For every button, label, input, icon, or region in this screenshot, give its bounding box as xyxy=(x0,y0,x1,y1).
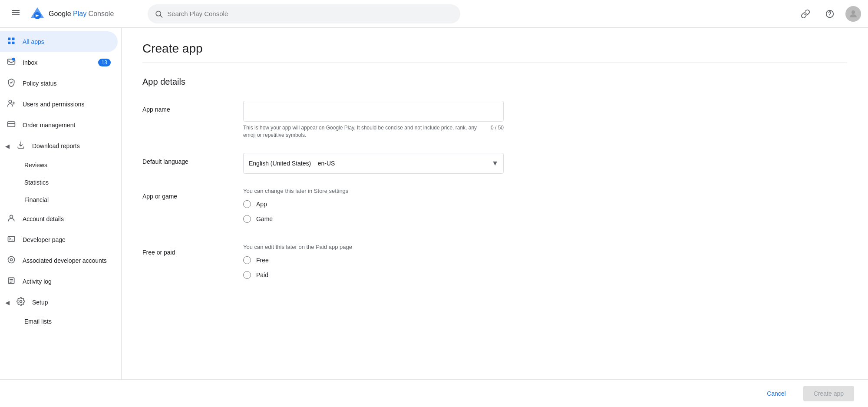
paid-radio-option[interactable]: Paid xyxy=(243,271,504,279)
app-name-input[interactable] xyxy=(243,101,504,122)
sidebar-item-developer-page[interactable]: Developer page xyxy=(0,229,118,250)
default-language-label: Default language xyxy=(142,153,229,165)
sidebar-financial-label: Financial xyxy=(24,196,49,203)
search-icon xyxy=(155,10,163,18)
all-apps-icon xyxy=(7,36,16,47)
topbar-actions xyxy=(797,5,861,23)
free-or-paid-control: You can edit this later on the Paid app … xyxy=(243,244,504,286)
sidebar-reviews-label: Reviews xyxy=(24,162,47,169)
cancel-button[interactable]: Cancel xyxy=(756,386,796,401)
expand-download-icon: ◂ xyxy=(5,141,10,151)
language-select-wrapper: English (United States) – en-US English … xyxy=(243,153,504,174)
logo-text: Google Play Console xyxy=(49,10,114,18)
app-or-game-label: App or game xyxy=(142,188,229,200)
sidebar-account-details-label: Account details xyxy=(23,215,64,222)
sidebar-item-policy-status[interactable]: Policy status xyxy=(0,73,118,94)
sidebar-policy-status-label: Policy status xyxy=(23,80,57,87)
sidebar-all-apps-label: All apps xyxy=(23,38,44,45)
order-management-icon xyxy=(7,120,16,131)
sidebar-item-account-details[interactable]: Account details xyxy=(0,208,118,229)
developer-page-icon xyxy=(7,235,16,245)
sidebar-sub-item-email-lists[interactable]: Email lists xyxy=(0,313,118,330)
svg-point-16 xyxy=(9,100,12,103)
title-divider xyxy=(142,63,847,63)
svg-rect-13 xyxy=(12,41,15,44)
svg-rect-11 xyxy=(12,37,15,40)
svg-point-19 xyxy=(10,215,13,218)
free-or-paid-row: Free or paid You can edit this later on … xyxy=(142,244,847,286)
sidebar-item-order-management[interactable]: Order management xyxy=(0,115,118,136)
app-name-control: This is how your app will appear on Goog… xyxy=(243,101,504,139)
app-name-label: App name xyxy=(142,101,229,113)
language-select[interactable]: English (United States) – en-US English … xyxy=(243,153,504,174)
svg-point-15 xyxy=(12,57,15,60)
inbox-badge: 13 xyxy=(98,59,111,66)
svg-line-6 xyxy=(160,15,162,17)
app-or-game-hint: You can change this later in Store setti… xyxy=(243,188,504,194)
sidebar-item-setup[interactable]: ◂ Setup xyxy=(0,292,118,313)
create-app-button[interactable]: Create app xyxy=(803,386,854,401)
sidebar: All apps Inbox 13 Policy status Users an… xyxy=(0,28,122,379)
account-details-icon xyxy=(7,214,16,225)
main-content: Create app App details App name This is … xyxy=(122,28,868,379)
section-title: App details xyxy=(142,77,847,87)
sidebar-sub-item-reviews[interactable]: Reviews xyxy=(0,156,118,174)
svg-rect-10 xyxy=(8,37,11,40)
search-bar[interactable] xyxy=(148,4,460,23)
sidebar-item-users-permissions[interactable]: Users and permissions xyxy=(0,94,118,115)
default-language-control: English (United States) – en-US English … xyxy=(243,153,504,174)
app-radio-input[interactable] xyxy=(243,200,251,208)
svg-point-9 xyxy=(851,10,855,14)
svg-rect-17 xyxy=(8,122,15,127)
sidebar-associated-accounts-label: Associated developer accounts xyxy=(23,257,107,264)
topbar: Google Play Console xyxy=(0,0,868,28)
svg-point-25 xyxy=(10,258,13,261)
game-radio-input[interactable] xyxy=(243,215,251,223)
app-name-hint-text: This is how your app will appear on Goog… xyxy=(243,124,484,139)
main-layout: All apps Inbox 13 Policy status Users an… xyxy=(0,28,868,379)
svg-rect-0 xyxy=(12,10,20,11)
expand-setup-icon: ◂ xyxy=(5,297,10,308)
sidebar-item-all-apps[interactable]: All apps xyxy=(0,31,118,52)
sidebar-sub-item-financial[interactable]: Financial xyxy=(0,191,118,208)
page-title: Create app xyxy=(142,42,847,56)
sidebar-item-download-reports[interactable]: ◂ Download reports xyxy=(0,136,118,156)
paid-radio-input[interactable] xyxy=(243,271,251,279)
search-input[interactable] xyxy=(167,10,453,17)
download-reports-icon xyxy=(17,141,25,152)
svg-point-8 xyxy=(830,16,830,16)
hamburger-menu-icon[interactable] xyxy=(7,4,24,23)
free-or-paid-hint: You can edit this later on the Paid app … xyxy=(243,244,504,250)
activity-log-icon xyxy=(7,276,16,287)
bottom-bar: Cancel Create app xyxy=(0,379,868,407)
svg-rect-2 xyxy=(12,14,20,15)
svg-rect-20 xyxy=(8,236,15,242)
app-name-row: App name This is how your app will appea… xyxy=(142,101,847,139)
sidebar-item-activity-log[interactable]: Activity log xyxy=(0,271,118,292)
avatar[interactable] xyxy=(845,6,861,22)
sidebar-item-inbox[interactable]: Inbox 13 xyxy=(0,52,118,73)
free-radio-option[interactable]: Free xyxy=(243,256,504,264)
svg-rect-1 xyxy=(12,12,20,13)
users-permissions-icon xyxy=(7,99,16,110)
link-icon-button[interactable] xyxy=(797,5,814,23)
free-radio-label: Free xyxy=(256,257,269,264)
sidebar-order-management-label: Order management xyxy=(23,122,75,129)
paid-radio-label: Paid xyxy=(256,271,268,278)
setup-icon xyxy=(17,297,25,308)
sidebar-email-lists-label: Email lists xyxy=(24,318,52,325)
associated-accounts-icon xyxy=(7,255,16,266)
sidebar-sub-item-statistics[interactable]: Statistics xyxy=(0,174,118,191)
inbox-icon xyxy=(7,57,16,68)
app-name-counter: 0 / 50 xyxy=(491,124,504,139)
free-radio-input[interactable] xyxy=(243,256,251,264)
sidebar-item-associated-accounts[interactable]: Associated developer accounts xyxy=(0,250,118,271)
sidebar-developer-page-label: Developer page xyxy=(23,236,66,243)
sidebar-setup-label: Setup xyxy=(32,299,48,306)
help-icon-button[interactable] xyxy=(821,5,838,23)
default-language-row: Default language English (United States)… xyxy=(142,153,847,174)
sidebar-download-reports-label: Download reports xyxy=(32,142,80,149)
svg-line-22 xyxy=(10,239,10,240)
game-radio-option[interactable]: Game xyxy=(243,215,504,223)
app-radio-option[interactable]: App xyxy=(243,200,504,208)
